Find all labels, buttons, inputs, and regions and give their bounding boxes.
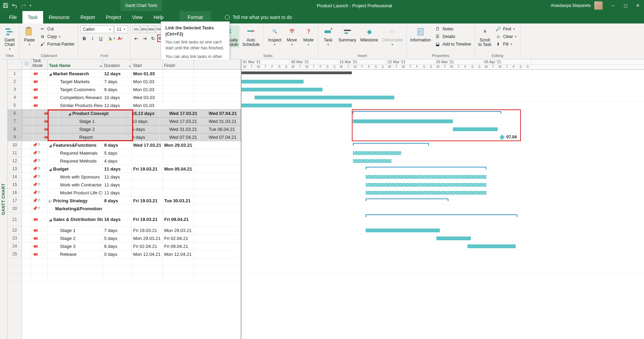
contextual-tab-label: Gantt Chart Tools <box>120 0 162 11</box>
svg-rect-6 <box>26 28 31 35</box>
move-icon: 📅 <box>286 26 297 37</box>
search-icon: 🔎 <box>495 26 501 32</box>
close-button[interactable]: ✕ <box>632 0 644 11</box>
font-size-select[interactable]: 11▾ <box>114 26 128 33</box>
paste-button[interactable]: Paste ▾ <box>22 26 37 47</box>
details-icon: ☰ <box>435 34 440 39</box>
svg-text:+: + <box>330 27 333 31</box>
fill-color-button[interactable]: ▾ <box>108 35 116 42</box>
font-color-button[interactable]: A▾ <box>116 35 124 42</box>
svg-rect-1 <box>4 3 6 5</box>
underline-button[interactable]: U <box>97 35 105 42</box>
timeline-icon: ⬓ <box>435 41 440 47</box>
italic-button[interactable]: I <box>89 35 96 42</box>
tooltip-title: Link the Selected Tasks (Ctrl+F2) <box>165 25 225 37</box>
mode-icon: ❓ <box>303 26 314 37</box>
inspect-icon: 🔍 <box>269 26 280 37</box>
svg-rect-5 <box>6 34 10 35</box>
redo-icon[interactable] <box>21 3 26 8</box>
auto-icon <box>245 26 256 37</box>
inspect-button[interactable]: 🔍Inspect▾ <box>267 26 283 47</box>
undo-icon[interactable] <box>12 3 17 8</box>
scroll-to-task-button[interactable]: 🖱Scroll to Task <box>477 26 493 48</box>
tell-me-search[interactable]: Tell me what you want to do <box>225 11 292 23</box>
find-button[interactable]: 🔎Find▾ <box>494 26 518 32</box>
group-label-insert: Insert <box>320 53 404 59</box>
eraser-icon: ◇ <box>495 34 501 39</box>
minimize-button[interactable]: ─ <box>607 0 619 11</box>
fill-button[interactable]: ⬇Fill▾ <box>494 41 518 48</box>
copy-button[interactable]: ⧉Copy▾ <box>38 33 76 40</box>
svg-rect-12 <box>344 30 351 31</box>
notes-button[interactable]: 🗒Notes <box>434 26 473 32</box>
auto-schedule-button[interactable]: Auto Schedule <box>241 26 261 48</box>
format-painter-button[interactable]: 🖌Format Painter <box>38 41 76 48</box>
tooltip-body-2: You can also link tasks in other ways, s… <box>165 54 225 59</box>
insert-task-button[interactable]: +Task▾ <box>320 26 336 47</box>
pct-0-button[interactable]: 0% <box>132 26 140 33</box>
pct-50-button[interactable]: 50% <box>148 26 155 33</box>
tab-report[interactable]: Report <box>75 11 100 23</box>
save-icon[interactable] <box>3 3 8 8</box>
clear-button[interactable]: ◇Clear▾ <box>494 33 518 40</box>
lightbulb-icon <box>225 15 230 20</box>
group-label-properties: Properties <box>409 53 473 59</box>
tab-project[interactable]: Project <box>100 11 127 23</box>
group-label-clipboard: Clipboard <box>22 53 76 59</box>
update-button[interactable]: ↻ <box>149 35 157 42</box>
svg-text:i: i <box>419 29 420 34</box>
svg-rect-3 <box>6 28 10 30</box>
svg-rect-15 <box>418 28 423 35</box>
paintbrush-icon: 🖌 <box>40 41 45 47</box>
svg-rect-8 <box>109 40 113 41</box>
paste-label: Paste <box>24 38 35 42</box>
add-timeline-button[interactable]: ⬓Add to Timeline <box>434 41 473 48</box>
insert-deliverable-button: ▭Deliverable▾ <box>381 26 404 47</box>
group-label-view: View <box>2 53 17 59</box>
tell-me-label: Tell me what you want to do <box>232 14 292 20</box>
outdent-button[interactable]: ⇤ <box>132 35 140 42</box>
information-button[interactable]: iInformation <box>409 26 432 43</box>
svg-rect-14 <box>367 30 372 35</box>
fill-down-icon: ⬇ <box>495 41 501 47</box>
notes-icon: 🗒 <box>435 26 440 32</box>
tab-view[interactable]: View <box>127 11 148 23</box>
insert-summary-button[interactable]: Summary <box>337 26 357 43</box>
svg-rect-4 <box>7 31 12 32</box>
insert-milestone-button[interactable]: Milestone <box>359 26 379 43</box>
cut-button[interactable]: ✂Cut <box>38 26 76 32</box>
link-tasks-tooltip: Link the Selected Tasks (Ctrl+F2) You ca… <box>161 21 230 59</box>
gantt-chart-button[interactable]: Gantt Chart ▾ <box>2 26 17 52</box>
tab-task[interactable]: Task <box>22 11 43 23</box>
indent-button[interactable]: ⇥ <box>141 35 148 42</box>
ribbon: Gantt Chart ▾ View Paste ▾ ✂Cut ⧉Copy▾ 🖌… <box>0 23 644 59</box>
window-title: Product Launch - Project Professional <box>162 0 547 11</box>
tab-file[interactable]: File <box>3 11 22 23</box>
title-bar: ▾ Gantt Chart Tools Product Launch - Pro… <box>0 0 644 11</box>
user-area[interactable]: Anastasiya Stepanets <box>547 0 607 11</box>
group-label-editing: Editing <box>477 53 518 59</box>
user-name: Anastasiya Stepanets <box>551 3 591 8</box>
avatar[interactable] <box>594 1 603 10</box>
group-label-tasks: Tasks <box>219 53 316 59</box>
bold-button[interactable]: B <box>80 35 88 42</box>
ribbon-tabs: File Task Resource Report Project View H… <box>0 11 644 23</box>
svg-rect-2 <box>4 6 7 8</box>
scroll-icon: 🖱 <box>479 26 491 37</box>
info-icon: i <box>415 26 426 37</box>
svg-rect-9 <box>247 30 253 32</box>
task-icon: + <box>323 26 334 37</box>
font-name-select[interactable]: Calibri▾ <box>80 26 113 33</box>
pct-25-button[interactable]: 25% <box>140 26 148 33</box>
group-label-font: Font <box>80 53 128 59</box>
deliverable-icon: ▭ <box>387 26 398 37</box>
details-button[interactable]: ☰Details <box>434 33 473 40</box>
svg-rect-13 <box>345 32 348 34</box>
mode-button[interactable]: ❓Mode▾ <box>301 26 316 47</box>
move-button[interactable]: 📅Move▾ <box>284 26 299 47</box>
gantt-chart-label: Gantt Chart <box>4 38 14 47</box>
maximize-button[interactable]: ▢ <box>619 0 632 11</box>
tab-resource[interactable]: Resource <box>43 11 75 23</box>
milestone-icon <box>364 26 375 37</box>
scissors-icon: ✂ <box>40 26 45 32</box>
